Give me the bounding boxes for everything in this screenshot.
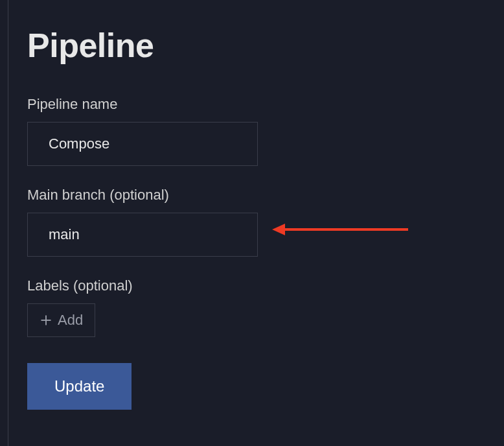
main-branch-input[interactable] [27, 213, 258, 257]
pipeline-name-input[interactable] [27, 122, 258, 166]
labels-group: Labels (optional) Add [27, 277, 504, 337]
add-label-text: Add [58, 312, 83, 329]
pipeline-form: Pipeline Pipeline name Main branch (opti… [0, 0, 504, 410]
page-title: Pipeline [27, 26, 504, 65]
main-branch-label: Main branch (optional) [27, 187, 504, 204]
plus-icon [40, 314, 52, 327]
labels-label: Labels (optional) [27, 277, 504, 294]
pipeline-name-label: Pipeline name [27, 96, 504, 113]
main-branch-group: Main branch (optional) [27, 187, 504, 257]
update-button[interactable]: Update [27, 363, 132, 410]
update-button-label: Update [54, 377, 104, 395]
pipeline-name-group: Pipeline name [27, 96, 504, 166]
vertical-divider [8, 0, 8, 446]
add-label-button[interactable]: Add [27, 303, 95, 337]
